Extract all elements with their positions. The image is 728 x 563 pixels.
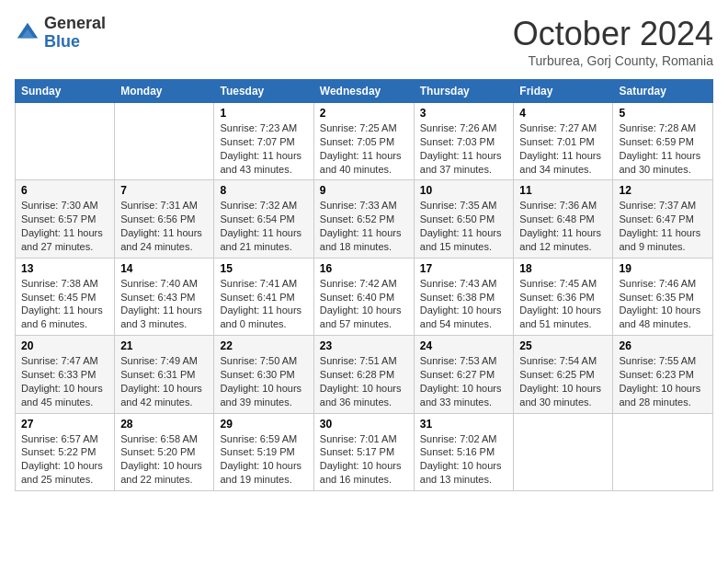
- day-info: Sunrise: 7:02 AMSunset: 5:16 PMDaylight:…: [420, 432, 508, 487]
- empty-cell: [115, 103, 214, 180]
- day-cell-14: 14Sunrise: 7:40 AMSunset: 6:43 PMDayligh…: [115, 258, 214, 335]
- calendar-table: SundayMondayTuesdayWednesdayThursdayFrid…: [15, 79, 713, 491]
- day-info: Sunrise: 7:23 AMSunset: 7:07 PMDaylight:…: [220, 121, 307, 176]
- day-cell-30: 30Sunrise: 7:01 AMSunset: 5:17 PMDayligh…: [313, 413, 414, 490]
- day-cell-31: 31Sunrise: 7:02 AMSunset: 5:16 PMDayligh…: [414, 413, 514, 490]
- week-row-2: 6Sunrise: 7:30 AMSunset: 6:57 PMDaylight…: [16, 180, 713, 258]
- day-number: 13: [21, 262, 108, 275]
- day-info: Sunrise: 7:26 AMSunset: 7:03 PMDaylight:…: [420, 121, 508, 176]
- day-number: 26: [619, 339, 707, 352]
- day-number: 22: [220, 339, 307, 352]
- day-cell-26: 26Sunrise: 7:55 AMSunset: 6:23 PMDayligh…: [613, 336, 713, 413]
- title-area: October 2024 Turburea, Gorj County, Roma…: [513, 15, 713, 68]
- day-info: Sunrise: 7:30 AMSunset: 6:57 PMDaylight:…: [21, 199, 108, 253]
- day-info: Sunrise: 7:49 AMSunset: 6:31 PMDaylight:…: [120, 354, 208, 408]
- page-header: General Blue October 2024 Turburea, Gorj…: [15, 15, 713, 68]
- logo-general-text: General: [44, 15, 106, 33]
- day-cell-22: 22Sunrise: 7:50 AMSunset: 6:30 PMDayligh…: [214, 336, 313, 413]
- day-cell-1: 1Sunrise: 7:23 AMSunset: 7:07 PMDaylight…: [214, 103, 313, 180]
- day-cell-12: 12Sunrise: 7:37 AMSunset: 6:47 PMDayligh…: [613, 180, 713, 258]
- day-number: 23: [320, 339, 408, 352]
- day-number: 7: [120, 184, 208, 197]
- day-header-wednesday: Wednesday: [313, 80, 414, 103]
- day-header-sunday: Sunday: [16, 80, 115, 103]
- day-info: Sunrise: 7:31 AMSunset: 6:56 PMDaylight:…: [120, 199, 208, 253]
- empty-cell: [16, 103, 115, 180]
- day-cell-25: 25Sunrise: 7:54 AMSunset: 6:25 PMDayligh…: [514, 336, 613, 413]
- day-number: 15: [220, 262, 307, 275]
- day-number: 5: [619, 107, 707, 120]
- day-cell-10: 10Sunrise: 7:35 AMSunset: 6:50 PMDayligh…: [414, 180, 514, 258]
- location-subtitle: Turburea, Gorj County, Romania: [513, 53, 713, 68]
- day-info: Sunrise: 7:40 AMSunset: 6:43 PMDaylight:…: [120, 277, 208, 331]
- day-info: Sunrise: 7:36 AMSunset: 6:48 PMDaylight:…: [519, 199, 607, 253]
- day-cell-15: 15Sunrise: 7:41 AMSunset: 6:41 PMDayligh…: [214, 258, 313, 335]
- day-number: 19: [619, 262, 707, 275]
- day-info: Sunrise: 7:33 AMSunset: 6:52 PMDaylight:…: [320, 199, 408, 253]
- day-cell-17: 17Sunrise: 7:43 AMSunset: 6:38 PMDayligh…: [414, 258, 514, 335]
- day-cell-23: 23Sunrise: 7:51 AMSunset: 6:28 PMDayligh…: [313, 336, 414, 413]
- day-cell-8: 8Sunrise: 7:32 AMSunset: 6:54 PMDaylight…: [214, 180, 313, 258]
- day-cell-29: 29Sunrise: 6:59 AMSunset: 5:19 PMDayligh…: [214, 413, 313, 490]
- week-row-3: 13Sunrise: 7:38 AMSunset: 6:45 PMDayligh…: [16, 258, 713, 335]
- week-row-5: 27Sunrise: 6:57 AMSunset: 5:22 PMDayligh…: [16, 413, 713, 490]
- day-info: Sunrise: 7:37 AMSunset: 6:47 PMDaylight:…: [619, 199, 707, 253]
- day-info: Sunrise: 7:55 AMSunset: 6:23 PMDaylight:…: [619, 354, 707, 408]
- day-header-thursday: Thursday: [414, 80, 514, 103]
- day-cell-7: 7Sunrise: 7:31 AMSunset: 6:56 PMDaylight…: [115, 180, 214, 258]
- day-cell-6: 6Sunrise: 7:30 AMSunset: 6:57 PMDaylight…: [16, 180, 115, 258]
- day-cell-4: 4Sunrise: 7:27 AMSunset: 7:01 PMDaylight…: [514, 103, 613, 180]
- day-info: Sunrise: 7:50 AMSunset: 6:30 PMDaylight:…: [220, 354, 307, 408]
- day-info: Sunrise: 7:35 AMSunset: 6:50 PMDaylight:…: [420, 199, 508, 253]
- empty-cell: [613, 413, 713, 490]
- day-info: Sunrise: 7:45 AMSunset: 6:36 PMDaylight:…: [519, 277, 607, 331]
- day-number: 25: [519, 339, 607, 352]
- day-number: 3: [420, 107, 508, 120]
- day-info: Sunrise: 7:27 AMSunset: 7:01 PMDaylight:…: [519, 121, 607, 176]
- day-info: Sunrise: 6:58 AMSunset: 5:20 PMDaylight:…: [120, 432, 208, 487]
- day-info: Sunrise: 7:42 AMSunset: 6:40 PMDaylight:…: [320, 277, 408, 331]
- day-info: Sunrise: 7:01 AMSunset: 5:17 PMDaylight:…: [320, 432, 408, 487]
- logo: General Blue: [15, 15, 106, 52]
- day-number: 4: [519, 107, 607, 120]
- day-number: 28: [120, 418, 208, 431]
- day-info: Sunrise: 7:53 AMSunset: 6:27 PMDaylight:…: [420, 354, 508, 408]
- day-number: 30: [320, 418, 408, 431]
- day-cell-2: 2Sunrise: 7:25 AMSunset: 7:05 PMDaylight…: [313, 103, 414, 180]
- day-number: 11: [519, 184, 607, 197]
- day-cell-24: 24Sunrise: 7:53 AMSunset: 6:27 PMDayligh…: [414, 336, 514, 413]
- day-number: 17: [420, 262, 508, 275]
- day-info: Sunrise: 7:54 AMSunset: 6:25 PMDaylight:…: [519, 354, 607, 408]
- day-number: 18: [519, 262, 607, 275]
- day-number: 29: [220, 418, 307, 431]
- day-number: 10: [420, 184, 508, 197]
- day-number: 6: [21, 184, 108, 197]
- day-number: 14: [120, 262, 208, 275]
- day-number: 1: [220, 107, 307, 120]
- day-number: 2: [320, 107, 408, 120]
- day-cell-28: 28Sunrise: 6:58 AMSunset: 5:20 PMDayligh…: [115, 413, 214, 490]
- logo-icon: [15, 20, 40, 46]
- day-header-saturday: Saturday: [613, 80, 713, 103]
- month-title: October 2024: [513, 15, 713, 53]
- day-cell-18: 18Sunrise: 7:45 AMSunset: 6:36 PMDayligh…: [514, 258, 613, 335]
- day-info: Sunrise: 6:57 AMSunset: 5:22 PMDaylight:…: [21, 432, 108, 487]
- day-number: 27: [21, 418, 108, 431]
- day-info: Sunrise: 7:25 AMSunset: 7:05 PMDaylight:…: [320, 121, 408, 176]
- day-cell-21: 21Sunrise: 7:49 AMSunset: 6:31 PMDayligh…: [115, 336, 214, 413]
- day-number: 20: [21, 339, 108, 352]
- logo-blue-text: Blue: [44, 33, 106, 52]
- day-cell-13: 13Sunrise: 7:38 AMSunset: 6:45 PMDayligh…: [16, 258, 115, 335]
- day-cell-3: 3Sunrise: 7:26 AMSunset: 7:03 PMDaylight…: [414, 103, 514, 180]
- day-number: 24: [420, 339, 508, 352]
- day-header-friday: Friday: [514, 80, 613, 103]
- day-cell-27: 27Sunrise: 6:57 AMSunset: 5:22 PMDayligh…: [16, 413, 115, 490]
- day-info: Sunrise: 7:38 AMSunset: 6:45 PMDaylight:…: [21, 277, 108, 331]
- day-cell-5: 5Sunrise: 7:28 AMSunset: 6:59 PMDaylight…: [613, 103, 713, 180]
- week-row-4: 20Sunrise: 7:47 AMSunset: 6:33 PMDayligh…: [16, 336, 713, 413]
- day-number: 9: [320, 184, 408, 197]
- day-info: Sunrise: 7:47 AMSunset: 6:33 PMDaylight:…: [21, 354, 108, 408]
- day-cell-11: 11Sunrise: 7:36 AMSunset: 6:48 PMDayligh…: [514, 180, 613, 258]
- day-number: 21: [120, 339, 208, 352]
- logo-text: General Blue: [44, 15, 106, 52]
